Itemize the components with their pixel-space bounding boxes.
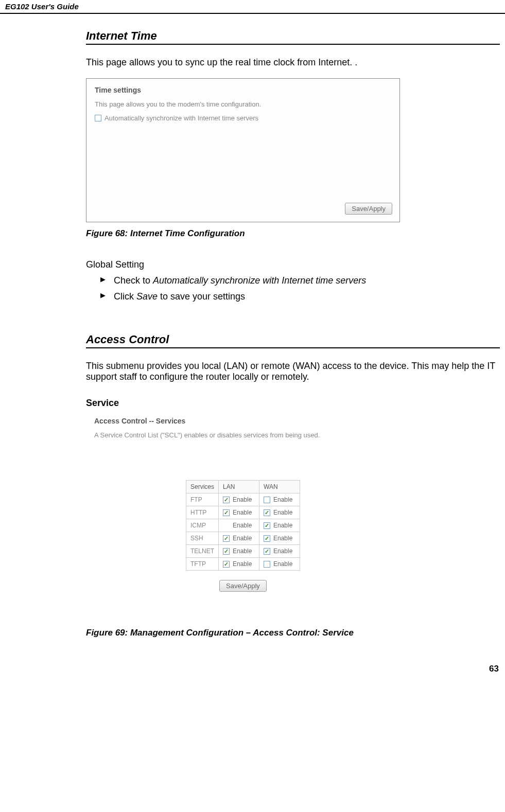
lan-enable-checkbox[interactable] — [223, 535, 230, 542]
global-setting-label: Global Setting — [86, 259, 500, 270]
service-subheading: Service — [86, 398, 500, 409]
lan-enable-checkbox[interactable] — [223, 497, 230, 503]
enable-label: Enable — [233, 548, 252, 555]
page-number: 63 — [0, 648, 505, 679]
wan-cell: Enable — [259, 519, 300, 532]
table-row: FTPEnableEnable — [186, 493, 300, 506]
col-lan: LAN — [219, 481, 259, 493]
time-settings-screenshot: Time settings This page allows you to th… — [86, 78, 400, 222]
service-name-cell: TFTP — [186, 558, 218, 571]
auto-sync-label: Automatically synchronize with Internet … — [105, 114, 258, 122]
lan-cell: Enable — [219, 519, 259, 532]
enable-label: Enable — [273, 522, 292, 529]
lan-enable-checkbox[interactable] — [223, 509, 230, 516]
wan-cell: Enable — [259, 558, 300, 571]
wan-enable-checkbox[interactable] — [264, 548, 270, 555]
enable-label: Enable — [273, 509, 292, 516]
enable-label: Enable — [273, 560, 292, 568]
bullet-1: ▶ Check to Automatically synchronize wit… — [86, 275, 500, 286]
table-row: TFTPEnableEnable — [186, 558, 300, 571]
ss-access-description: A Service Control List ("SCL") enables o… — [94, 431, 392, 439]
bullet-2-text: Click Save to save your settings — [114, 291, 245, 302]
lan-cell: Enable — [219, 545, 259, 558]
wan-cell: Enable — [259, 506, 300, 519]
triangle-bullet-icon: ▶ — [100, 291, 106, 299]
wan-enable-checkbox[interactable] — [264, 561, 270, 568]
lan-cell: Enable — [219, 532, 259, 545]
bullet-1-italic: Automatically synchronize with Internet … — [153, 275, 366, 286]
enable-label: Enable — [233, 522, 252, 529]
triangle-bullet-icon: ▶ — [100, 275, 106, 283]
lan-enable-checkbox[interactable] — [223, 561, 230, 568]
access-control-intro: This submenu provides you local (LAN) or… — [86, 361, 500, 382]
table-row: ICMPEnableEnable — [186, 519, 300, 532]
enable-label: Enable — [273, 535, 292, 542]
page-content: Internet Time This page allows you to sy… — [0, 14, 505, 648]
doc-header: EG102 User's Guide — [0, 0, 505, 14]
wan-cell: Enable — [259, 493, 300, 506]
enable-label: Enable — [273, 548, 292, 555]
wan-enable-checkbox[interactable] — [264, 522, 270, 529]
lan-cell: Enable — [219, 506, 259, 519]
section-internet-time-title: Internet Time — [86, 29, 500, 45]
access-control-screenshot: Access Control -- Services A Service Con… — [86, 412, 400, 597]
save-apply-button-2[interactable]: Save/Apply — [219, 580, 267, 592]
section-access-control-title: Access Control — [86, 333, 500, 348]
bullet-2-italic: Save — [136, 291, 158, 302]
enable-label: Enable — [273, 496, 292, 503]
save-apply-button-1[interactable]: Save/Apply — [345, 203, 392, 215]
services-table-wrap: Services LAN WAN FTPEnableEnableHTTPEnab… — [86, 480, 400, 571]
wan-enable-checkbox[interactable] — [264, 535, 270, 542]
col-services: Services — [186, 481, 218, 493]
figure-69-caption: Figure 69: Management Configuration – Ac… — [86, 628, 500, 638]
ss-access-title: Access Control -- Services — [94, 417, 392, 425]
wan-cell: Enable — [259, 545, 300, 558]
service-name-cell: SSH — [186, 532, 218, 545]
bullet-2: ▶ Click Save to save your settings — [86, 291, 500, 302]
auto-sync-checkbox[interactable] — [95, 115, 101, 121]
bullet-2-suffix: to save your settings — [158, 291, 245, 302]
enable-label: Enable — [233, 560, 252, 568]
enable-label: Enable — [233, 509, 252, 516]
doc-title: EG102 User's Guide — [5, 2, 79, 11]
lan-cell: Enable — [219, 493, 259, 506]
enable-label: Enable — [233, 535, 252, 542]
internet-time-intro: This page allows you to sync up the real… — [86, 57, 500, 68]
global-setting-bullets: ▶ Check to Automatically synchronize wit… — [86, 275, 500, 302]
table-row: SSHEnableEnable — [186, 532, 300, 545]
wan-cell: Enable — [259, 532, 300, 545]
service-name-cell: FTP — [186, 493, 218, 506]
bullet-1-text: Check to Automatically synchronize with … — [114, 275, 366, 286]
bullet-2-prefix: Click — [114, 291, 136, 302]
service-name-cell: HTTP — [186, 506, 218, 519]
table-header-row: Services LAN WAN — [186, 481, 300, 493]
enable-label: Enable — [233, 496, 252, 503]
service-name-cell: ICMP — [186, 519, 218, 532]
table-row: TELNETEnableEnable — [186, 545, 300, 558]
col-wan: WAN — [259, 481, 300, 493]
bullet-1-prefix: Check to — [114, 275, 153, 286]
table-row: HTTPEnableEnable — [186, 506, 300, 519]
wan-enable-checkbox[interactable] — [264, 509, 270, 516]
ss-time-title: Time settings — [95, 86, 391, 94]
lan-cell: Enable — [219, 558, 259, 571]
ss-auto-sync-row: Automatically synchronize with Internet … — [95, 114, 391, 122]
figure-68-caption: Figure 68: Internet Time Configuration — [86, 228, 500, 239]
service-name-cell: TELNET — [186, 545, 218, 558]
ss-time-description: This page allows you to the modem's time… — [95, 100, 391, 108]
lan-enable-checkbox[interactable] — [223, 548, 230, 555]
services-table: Services LAN WAN FTPEnableEnableHTTPEnab… — [186, 480, 300, 571]
wan-enable-checkbox[interactable] — [264, 497, 270, 503]
